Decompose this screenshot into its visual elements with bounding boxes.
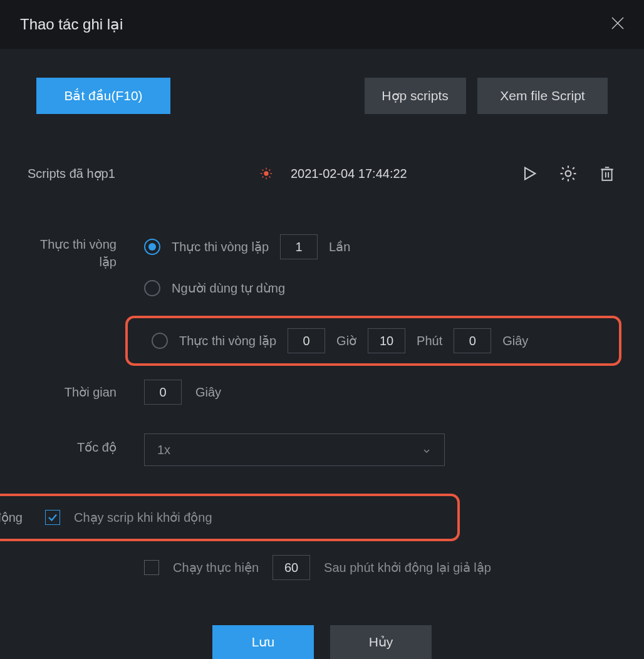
- svg-line-9: [262, 177, 264, 178]
- restart-minutes-input[interactable]: [273, 555, 310, 580]
- script-name: Scripts đã hợp1: [28, 166, 259, 181]
- startup-label: Khởi động: [0, 510, 43, 525]
- loop-label: Thực thi vòng lặp: [28, 233, 137, 271]
- view-script-button[interactable]: Xem file Script: [477, 78, 608, 114]
- script-timestamp: 2021-02-04 17:44:22: [291, 167, 407, 181]
- minutes-input[interactable]: [368, 328, 405, 353]
- record-icon: [259, 167, 273, 180]
- trash-icon[interactable]: [598, 164, 616, 183]
- svg-point-2: [264, 171, 268, 175]
- run-on-start-label: Chạy scrip khi khởi động: [74, 510, 212, 525]
- hours-input[interactable]: [288, 328, 325, 353]
- svg-line-10: [269, 170, 271, 171]
- speed-dropdown[interactable]: 1x: [144, 433, 445, 466]
- restart-checkbox[interactable]: [144, 560, 159, 575]
- loop-count-unit: Lần: [329, 239, 350, 254]
- run-on-start-checkbox[interactable]: [45, 510, 60, 525]
- loop-time-highlight: Thực thi vòng lặp Giờ Phút Giây: [125, 316, 621, 366]
- user-stop-label: Người dùng tự dừng: [172, 281, 285, 296]
- play-icon[interactable]: [520, 164, 539, 183]
- startup-highlight: Khởi động Chạy scrip khi khởi động: [0, 494, 460, 541]
- dialog-title: Thao tác ghi lại: [20, 16, 123, 33]
- svg-line-8: [269, 177, 271, 178]
- start-button[interactable]: Bắt đầu(F10): [36, 78, 170, 114]
- svg-marker-11: [525, 168, 535, 180]
- chevron-down-icon: [422, 445, 432, 455]
- close-icon[interactable]: [610, 15, 625, 34]
- loop-time-label: Thực thi vòng lặp: [179, 333, 276, 348]
- restart-after-label: Sau phút khởi động lại giả lập: [324, 560, 491, 575]
- seconds-input[interactable]: [454, 328, 491, 353]
- gear-icon[interactable]: [559, 164, 578, 183]
- radio-loop-time[interactable]: [152, 333, 168, 349]
- seconds-unit: Giây: [502, 334, 528, 348]
- hours-unit: Giờ: [336, 333, 356, 348]
- loop-count-input[interactable]: [280, 234, 318, 259]
- radio-user-stop[interactable]: [144, 280, 160, 296]
- delay-input[interactable]: [144, 380, 182, 405]
- save-button[interactable]: Lưu: [212, 625, 314, 659]
- cancel-button[interactable]: Hủy: [330, 625, 432, 659]
- radio-loop-count[interactable]: [144, 239, 160, 255]
- speed-label: Tốc độ: [28, 433, 137, 456]
- delay-unit: Giây: [195, 385, 221, 400]
- merge-scripts-button[interactable]: Hợp scripts: [365, 78, 466, 114]
- svg-line-7: [262, 170, 264, 171]
- speed-value: 1x: [157, 443, 170, 457]
- restart-label: Chạy thực hiện: [173, 560, 259, 575]
- svg-point-12: [566, 171, 571, 177]
- svg-rect-13: [602, 170, 611, 180]
- minutes-unit: Phút: [417, 334, 442, 348]
- time-label: Thời gian: [28, 378, 137, 401]
- loop-count-label: Thực thi vòng lặp: [172, 239, 269, 254]
